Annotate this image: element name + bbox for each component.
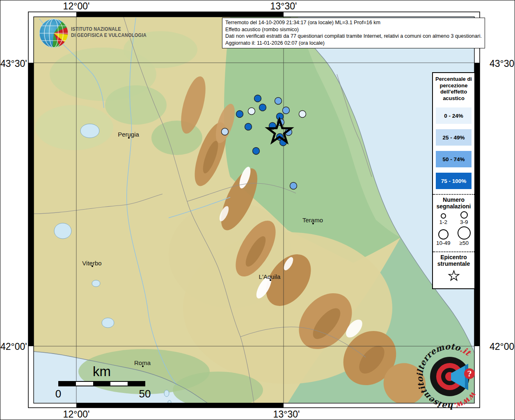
city-marker-dot — [312, 223, 314, 224]
legend-swatch: 25 - 49% — [436, 129, 472, 146]
count-circle-icon — [458, 226, 471, 240]
coord-label-bottom-west: 12°00' — [63, 409, 90, 420]
legend-count-class: 3-9 — [454, 210, 475, 226]
felt-report-dot — [299, 111, 306, 118]
coord-label-left-south: 42°00' — [0, 341, 26, 352]
terrain-layer — [34, 17, 474, 413]
coord-label-bottom-east: 13°30' — [273, 409, 300, 420]
coord-label-left-north: 43°30' — [0, 58, 26, 69]
legend-count-class: ≥50 — [454, 226, 475, 247]
map-page: ? www.haisentitoilterremoto.it 12°00' 13… — [0, 0, 515, 420]
coord-label-top-west: 12°00' — [63, 1, 90, 12]
legend-swatch: 0 - 24% — [436, 107, 472, 124]
city-label: Roma — [134, 359, 151, 366]
info-line-updated: Aggiornato il: 11-01-2026 02:07 (ora loc… — [225, 40, 482, 47]
ingv-wordmark: ISTITUTO NAZIONALE DI GEOFISICA E VULCAN… — [71, 26, 146, 38]
legend-box: Percentuale di percezione dell'effetto a… — [432, 72, 475, 289]
count-circle-label: 10-49 — [436, 240, 451, 246]
felt-report-dot — [248, 108, 255, 115]
info-line-effect: Effetto acustico (rombo sismico) — [225, 26, 482, 33]
question-mark: ? — [467, 370, 472, 378]
city-label: L'Aquila — [259, 273, 281, 280]
legend-count-title: Numero segnalazioni — [433, 195, 474, 210]
felt-report-dot — [222, 128, 229, 135]
info-box: Terremoto del 14-10-2009 21:34:17 (ora l… — [222, 18, 485, 48]
star-icon — [449, 271, 459, 281]
ingv-line-2: DI GEOFISICA E VULCANOLOGIA — [71, 32, 146, 39]
legend-epicenter-title: Epicentro strumentale — [433, 252, 474, 267]
felt-report-dot — [259, 104, 266, 111]
legend-epicenter-symbol — [433, 267, 474, 288]
coord-label-right-north: 43°30' — [490, 58, 515, 69]
felt-report-dot — [283, 107, 290, 114]
city-marker-dot — [142, 365, 144, 367]
info-line-data: Dati non verificati estratti da 77 quest… — [225, 33, 482, 40]
scalebar-start: 0 — [55, 388, 61, 400]
felt-report-dot — [236, 111, 243, 118]
felt-report-dot — [275, 98, 282, 105]
scalebar — [59, 381, 145, 386]
felt-report-dot — [253, 148, 260, 155]
felt-report-dot — [254, 95, 261, 102]
city-marker-dot — [128, 137, 130, 139]
legend-count-class: 1-2 — [433, 210, 454, 226]
city-marker-dot — [270, 279, 271, 281]
legend-count-class: 10-49 — [433, 226, 454, 247]
scalebar-end: 50 — [139, 388, 151, 400]
count-circle-label: 1-2 — [439, 219, 447, 225]
felt-report-dot — [245, 123, 252, 130]
coord-label-right-south: 42°00' — [490, 341, 515, 352]
info-line-event: Terremoto del 14-10-2009 21:34:17 (ora l… — [225, 19, 482, 26]
ingv-line-1: ISTITUTO NAZIONALE — [71, 26, 146, 32]
count-circle-icon — [441, 213, 446, 219]
city-label: Teramo — [302, 217, 323, 224]
felt-report-dot — [290, 183, 297, 189]
city-label: Perugia — [118, 131, 139, 138]
scalebar-unit: km — [93, 364, 111, 379]
coord-label-top-east: 13°30' — [270, 1, 297, 12]
count-circle-label: ≥50 — [460, 240, 469, 246]
legend-swatch: 50 - 74% — [436, 151, 472, 167]
legend-swatches: 0 - 24%25 - 49%50 - 74%75 - 100% — [433, 107, 474, 189]
legend-percent-title: Percentuale di percezione dell'effetto a… — [433, 73, 474, 102]
count-circle-icon — [438, 229, 449, 240]
count-circle-label: 3-9 — [460, 219, 468, 225]
legend-swatch: 75 - 100% — [436, 173, 472, 189]
city-marker-dot — [92, 265, 93, 267]
legend-count-grid: 1-23-910-49≥50 — [433, 210, 474, 247]
ingv-logo-globe — [39, 19, 68, 48]
count-circle-icon — [460, 211, 468, 219]
